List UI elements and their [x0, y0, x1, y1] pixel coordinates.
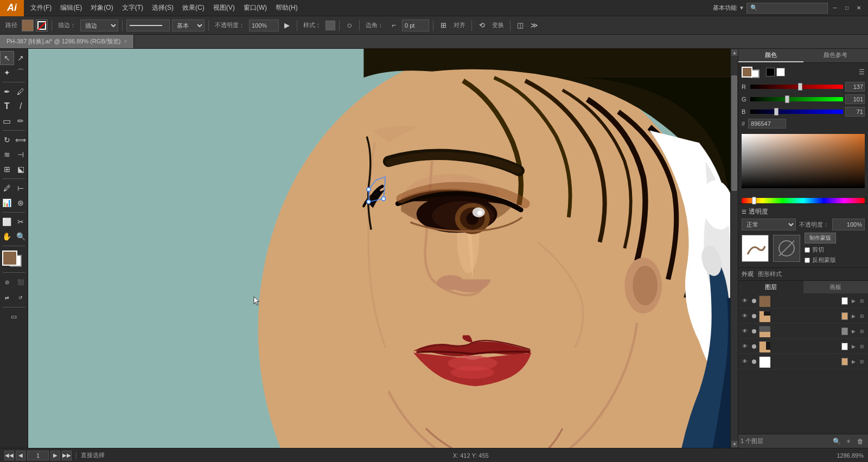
menu-window[interactable]: 窗口(W) — [239, 0, 271, 16]
hex-input[interactable] — [748, 119, 786, 129]
layer-expand-1[interactable]: ▶ — [850, 297, 857, 305]
workspace-dropdown-icon[interactable]: ▼ — [739, 5, 744, 11]
white-swatch[interactable] — [776, 68, 785, 76]
scroll-up-arrow[interactable]: ▲ — [731, 49, 738, 56]
hand-tool[interactable]: ✋ — [0, 229, 14, 243]
layer-visibility-5[interactable]: 👁 — [741, 357, 749, 366]
delete-layer-icon[interactable]: 🗑 — [855, 436, 866, 447]
swap-colors-btn[interactable]: ⇄ — [0, 291, 14, 305]
fill-swatch[interactable] — [22, 20, 34, 31]
slice-tool[interactable]: ✂ — [14, 215, 28, 229]
menu-view[interactable]: 视图(V) — [209, 0, 239, 16]
transparency-check[interactable]: ☰ — [742, 209, 746, 215]
more-icon[interactable]: ≫ — [528, 20, 540, 31]
corner-icon[interactable]: ⌐ — [388, 20, 400, 31]
blend-mode-select[interactable]: 正常 — [742, 219, 796, 230]
menu-object[interactable]: 对象(O) — [86, 0, 117, 16]
panel-menu-icon[interactable]: ☰ — [859, 68, 865, 76]
artboard-tool[interactable]: ⬜ — [0, 215, 14, 229]
layer-options-1[interactable]: ⊞ — [858, 297, 866, 305]
warp-tool[interactable]: ≋ — [0, 147, 14, 162]
shape-builder-tool[interactable]: ⊞ — [0, 162, 14, 176]
page-number-input[interactable] — [27, 451, 49, 460]
pen-tool[interactable]: ✒ — [0, 85, 14, 99]
transform-icon[interactable]: ⟲ — [476, 20, 488, 31]
layer-visibility-1[interactable]: 👁 — [741, 297, 749, 305]
layers-tab[interactable]: 图层 — [738, 281, 803, 293]
opacity-input[interactable] — [249, 20, 279, 31]
mask-thumbnail[interactable] — [742, 235, 769, 262]
r-value[interactable]: 137 — [845, 82, 865, 92]
layer-lock-4[interactable] — [752, 344, 756, 349]
layer-item-4[interactable]: 👁 ▶ ⊞ — [738, 339, 868, 354]
fill-none-btn[interactable]: ⊘ — [0, 275, 14, 289]
scroll-down-arrow[interactable]: ▼ — [731, 440, 738, 448]
menu-edit[interactable]: 编辑(E) — [56, 0, 86, 16]
menu-select[interactable]: 选择(S) — [148, 0, 178, 16]
color-tab[interactable]: 颜色 — [738, 49, 803, 62]
layer-visibility-3[interactable]: 👁 — [741, 327, 749, 336]
find-layer-icon[interactable]: 🔍 — [831, 436, 842, 447]
perspective-grid-tool[interactable]: ⬕ — [14, 162, 28, 176]
mask-none-thumbnail[interactable] — [773, 235, 800, 262]
layer-item-3[interactable]: 👁 ▶ ⊞ — [738, 324, 868, 339]
invert-checkbox[interactable] — [805, 258, 810, 263]
menu-help[interactable]: 帮助(H) — [271, 0, 302, 16]
drawing-mode-btn[interactable]: ▭ — [0, 310, 28, 324]
g-value[interactable]: 101 — [845, 94, 865, 104]
artboard-tab[interactable]: 画板 — [803, 281, 869, 293]
stroke-swatch[interactable] — [36, 20, 48, 31]
minimize-button[interactable]: ─ — [830, 3, 840, 13]
layer-item-1[interactable]: 👁 ▶ ⊞ — [738, 293, 868, 309]
isolate-icon[interactable]: ◫ — [514, 20, 526, 31]
appearance-tab[interactable]: 外观 — [742, 270, 754, 278]
clip-checkbox[interactable] — [805, 247, 810, 253]
graphic-styles-tab[interactable]: 图形样式 — [758, 270, 782, 278]
clip-checkbox-row[interactable]: 剪切 — [805, 246, 836, 254]
magic-wand-tool[interactable]: ✦ — [0, 66, 14, 80]
next-page-button[interactable]: ▶ — [50, 451, 60, 460]
graph-tool[interactable]: 📊 — [0, 196, 14, 210]
symbol-sprayer-tool[interactable]: ⊛ — [14, 196, 28, 210]
layer-lock-2[interactable] — [752, 314, 756, 318]
stroke-select[interactable]: 描边 — [80, 20, 118, 31]
layer-expand-5[interactable]: ▶ — [850, 358, 857, 365]
rect-tool[interactable]: ▭ — [0, 114, 14, 128]
color-ref-tab[interactable]: 颜色参考 — [803, 49, 869, 62]
search-box[interactable]: 🔍 — [746, 3, 828, 14]
prev-page-button[interactable]: ◀ — [16, 451, 25, 460]
layer-lock-5[interactable] — [752, 360, 756, 364]
layer-expand-3[interactable]: ▶ — [850, 328, 857, 335]
lasso-tool[interactable]: ⌒ — [14, 66, 28, 80]
rotate-tool[interactable]: ↻ — [0, 133, 14, 147]
canvas-area[interactable] — [28, 49, 730, 448]
align-icon[interactable]: ⊞ — [437, 20, 449, 31]
round-icon[interactable]: ○ — [343, 20, 355, 31]
layer-lock-1[interactable] — [752, 299, 756, 303]
scroll-thumb[interactable] — [731, 75, 737, 190]
b-slider[interactable] — [750, 110, 843, 114]
selection-tool[interactable]: ↖ — [0, 51, 14, 65]
hue-slider[interactable] — [742, 198, 865, 203]
direct-selection-tool[interactable]: ↗ — [14, 51, 28, 65]
style-swatch[interactable] — [326, 21, 335, 30]
eyedropper-tool[interactable]: 🖉 — [0, 181, 14, 195]
layer-visibility-2[interactable]: 👁 — [741, 312, 749, 320]
layer-visibility-4[interactable]: 👁 — [741, 342, 749, 351]
g-slider[interactable] — [750, 97, 843, 101]
stroke-style-select[interactable]: 基本 — [172, 20, 205, 31]
opacity-value-input[interactable] — [832, 219, 865, 230]
layer-expand-2[interactable]: ▶ — [850, 312, 857, 320]
add-layer-icon[interactable]: + — [843, 436, 854, 447]
scroll-track[interactable] — [731, 56, 738, 440]
gradient-box[interactable] — [742, 134, 865, 188]
last-page-button[interactable]: ▶▶ — [62, 451, 72, 460]
document-tab[interactable]: PH-387 [转换].ai* @ 1286.89% (RGB/预览) × — [0, 35, 134, 48]
menu-file[interactable]: 文件(F) — [26, 0, 56, 16]
corner-input[interactable] — [402, 20, 429, 31]
invert-checkbox-row[interactable]: 反相蒙版 — [805, 256, 836, 264]
color-picker-gradient[interactable] — [738, 134, 868, 194]
width-tool[interactable]: ⊣ — [14, 147, 28, 162]
r-slider[interactable] — [750, 85, 843, 89]
layer-options-5[interactable]: ⊞ — [858, 358, 866, 365]
